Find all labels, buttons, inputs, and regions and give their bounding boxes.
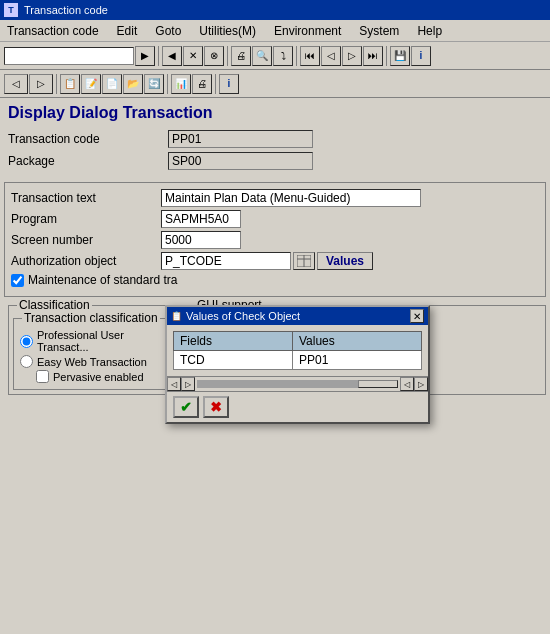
title-bar: T Transaction code: [0, 0, 550, 20]
title-bar-label: Transaction code: [24, 4, 108, 16]
toolbar-sep2: [227, 46, 228, 66]
transaction-code-input[interactable]: [168, 130, 313, 148]
auth-object-icon-btn[interactable]: [293, 252, 315, 270]
radio-professional-label: Professional User Transact...: [37, 329, 166, 353]
program-row: Program: [11, 210, 539, 228]
toolbar2: ◁ ▷ 📋 📝 📄 📂 🔄 📊 🖨 i: [0, 70, 550, 98]
dialog-title-left: 📋 Values of Check Object: [171, 310, 300, 322]
scroll-thumb: [358, 380, 398, 388]
classification-section: Classification Transaction classificatio…: [8, 305, 178, 395]
toolbar2-sep1: [56, 74, 57, 94]
transaction-text-row: Transaction text: [11, 189, 539, 207]
maintenance-label: Maintenance of standard tra: [28, 273, 177, 287]
field-tcd: TCD: [174, 351, 293, 370]
package-row: Package: [8, 152, 542, 170]
toolbar-sep1: [158, 46, 159, 66]
program-input[interactable]: [161, 210, 241, 228]
main-panel: Transaction text Program Screen number A…: [4, 182, 546, 297]
menu-transaction-code[interactable]: Transaction code: [4, 23, 102, 39]
toolbar-sep3: [296, 46, 297, 66]
scroll-track: [197, 380, 398, 388]
dialog-title: Values of Check Object: [186, 310, 300, 322]
table-row: TCD PP01: [174, 351, 422, 370]
scroll-left-btn[interactable]: ◁: [167, 377, 181, 391]
toolbar-find-next-btn[interactable]: ⤵: [273, 46, 293, 66]
toolbar-save-btn[interactable]: 💾: [390, 46, 410, 66]
transaction-code-row: Transaction code: [8, 130, 542, 148]
toolbar-accept-btn[interactable]: ▶: [135, 46, 155, 66]
dialog-cancel-btn[interactable]: ✖: [203, 396, 229, 418]
transaction-classification-title: Transaction classification: [22, 311, 160, 325]
radio-easy-web: Easy Web Transaction: [20, 355, 166, 368]
ok-icon: ✔: [180, 399, 192, 415]
f-btn-4[interactable]: 📝: [81, 74, 101, 94]
dialog-close-btn[interactable]: ✕: [410, 309, 424, 323]
dialog-table: Fields Values TCD PP01: [173, 331, 422, 370]
toolbar2-sep3: [215, 74, 216, 94]
radio-professional: Professional User Transact...: [20, 329, 166, 353]
toolbar-first-btn[interactable]: ⏮: [300, 46, 320, 66]
command-field[interactable]: [4, 47, 134, 65]
auth-object-row: Authorization object Values: [11, 252, 539, 270]
toolbar-exit-btn[interactable]: ✕: [183, 46, 203, 66]
dialog-titlebar: 📋 Values of Check Object ✕: [167, 307, 428, 325]
dialog-content: Fields Values TCD PP01: [167, 325, 428, 376]
app-icon: T: [4, 3, 18, 17]
f-btn-7[interactable]: 🔄: [144, 74, 164, 94]
toolbar-cancel-btn[interactable]: ⊗: [204, 46, 224, 66]
pervasive-label: Pervasive enabled: [53, 371, 144, 383]
col-fields: Fields: [174, 332, 293, 351]
transaction-text-label: Transaction text: [11, 191, 161, 205]
dialog-scrollbar: ◁ ▷ ◁ ▷: [167, 376, 428, 392]
maintenance-row: Maintenance of standard tra: [11, 273, 539, 287]
menu-utilities[interactable]: Utilities(M): [196, 23, 259, 39]
menu-help[interactable]: Help: [414, 23, 445, 39]
dialog-ok-btn[interactable]: ✔: [173, 396, 199, 418]
f-btn-8[interactable]: 📊: [171, 74, 191, 94]
transaction-code-label: Transaction code: [8, 132, 168, 146]
f-btn-2[interactable]: ▷: [29, 74, 53, 94]
col-values: Values: [292, 332, 421, 351]
screen-number-input[interactable]: [161, 231, 241, 249]
f-btn-10[interactable]: i: [219, 74, 239, 94]
radio-easy-web-label: Easy Web Transaction: [37, 356, 147, 368]
package-input[interactable]: [168, 152, 313, 170]
maintenance-checkbox[interactable]: [11, 274, 24, 287]
f-btn-1[interactable]: ◁: [4, 74, 28, 94]
toolbar-sep4: [386, 46, 387, 66]
transaction-text-input[interactable]: [161, 189, 421, 207]
toolbar-find-btn[interactable]: 🔍: [252, 46, 272, 66]
scroll-next-btn[interactable]: ▷: [414, 377, 428, 391]
toolbar-prev-btn[interactable]: ◁: [321, 46, 341, 66]
radio-professional-input[interactable]: [20, 335, 33, 348]
menu-environment[interactable]: Environment: [271, 23, 344, 39]
transaction-classification-inner: Transaction classification Professional …: [13, 318, 173, 390]
f-btn-9[interactable]: 🖨: [192, 74, 212, 94]
dialog-icon: 📋: [171, 311, 182, 321]
values-button[interactable]: Values: [317, 252, 373, 270]
menu-system[interactable]: System: [356, 23, 402, 39]
pervasive-checkbox[interactable]: [36, 370, 49, 383]
cancel-icon: ✖: [210, 399, 222, 415]
toolbar-back-btn[interactable]: ◀: [162, 46, 182, 66]
scroll-prev-btn[interactable]: ◁: [400, 377, 414, 391]
auth-object-label: Authorization object: [11, 254, 161, 268]
toolbar-last-btn[interactable]: ⏭: [363, 46, 383, 66]
screen-number-row: Screen number: [11, 231, 539, 249]
package-label: Package: [8, 154, 168, 168]
menu-bar: Transaction code Edit Goto Utilities(M) …: [0, 20, 550, 42]
toolbar-next-btn[interactable]: ▷: [342, 46, 362, 66]
f-btn-3[interactable]: 📋: [60, 74, 80, 94]
f-btn-5[interactable]: 📄: [102, 74, 122, 94]
menu-goto[interactable]: Goto: [152, 23, 184, 39]
values-dialog: 📋 Values of Check Object ✕ Fields Values…: [165, 305, 430, 424]
pervasive-row: Pervasive enabled: [36, 370, 166, 383]
scroll-right-btn[interactable]: ▷: [181, 377, 195, 391]
radio-easy-web-input[interactable]: [20, 355, 33, 368]
menu-edit[interactable]: Edit: [114, 23, 141, 39]
toolbar-info-btn[interactable]: i: [411, 46, 431, 66]
toolbar-print-btn[interactable]: 🖨: [231, 46, 251, 66]
auth-object-input[interactable]: [161, 252, 291, 270]
f-btn-6[interactable]: 📂: [123, 74, 143, 94]
program-label: Program: [11, 212, 161, 226]
